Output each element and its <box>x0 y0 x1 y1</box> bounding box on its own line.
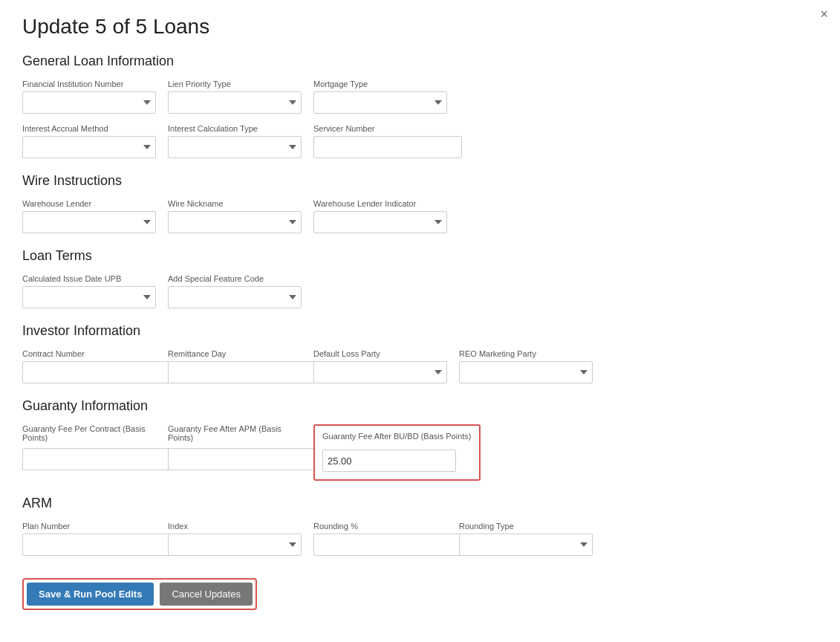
calculated-issue-date-upb-select[interactable] <box>22 286 156 308</box>
guaranty-fee-after-apm-label: Guaranty Fee After APM (Basis Points) <box>168 424 302 442</box>
reo-marketing-party-label: REO Marketing Party <box>459 349 593 358</box>
remittance-day-group: Remittance Day <box>168 349 302 383</box>
wire-nickname-label: Wire Nickname <box>168 199 302 208</box>
plan-number-input[interactable] <box>22 534 171 556</box>
section-title-guaranty: Guaranty Information <box>22 398 818 414</box>
reo-marketing-party-group: REO Marketing Party <box>459 349 593 383</box>
modal-container: × Update 5 of 5 Loans General Loan Infor… <box>0 0 840 642</box>
default-loss-party-label: Default Loss Party <box>313 349 447 358</box>
calculated-issue-date-upb-label: Calculated Issue Date UPB <box>22 274 156 283</box>
loan-terms-row: Calculated Issue Date UPB Add Special Fe… <box>22 274 818 308</box>
interest-calculation-type-select[interactable] <box>168 136 302 158</box>
guaranty-fee-per-contract-input[interactable] <box>22 448 171 470</box>
lien-priority-type-group: Lien Priority Type <box>168 80 302 114</box>
guaranty-fee-after-bubd-label: Guaranty Fee After BU/BD (Basis Points) <box>322 432 472 441</box>
servicer-number-input[interactable] <box>313 136 462 158</box>
guaranty-fee-after-bubd-input[interactable] <box>322 450 456 472</box>
section-title-general: General Loan Information <box>22 54 818 69</box>
wire-instructions-row: Warehouse Lender Wire Nickname Warehouse… <box>22 199 818 233</box>
add-special-feature-code-group: Add Special Feature Code <box>168 274 302 308</box>
general-loan-row-2: Interest Accrual Method Interest Calcula… <box>22 124 818 158</box>
contract-number-input[interactable] <box>22 361 171 383</box>
warehouse-lender-label: Warehouse Lender <box>22 199 156 208</box>
guaranty-fee-after-apm-group: Guaranty Fee After APM (Basis Points) <box>168 424 302 470</box>
index-group: Index <box>168 522 302 556</box>
plan-number-group: Plan Number <box>22 522 156 556</box>
guaranty-fee-per-contract-group: Guaranty Fee Per Contract (Basis Points) <box>22 424 156 470</box>
section-title-arm: ARM <box>22 496 818 511</box>
section-title-investor: Investor Information <box>22 323 818 339</box>
section-title-loan-terms: Loan Terms <box>22 248 818 264</box>
cancel-updates-button[interactable]: Cancel Updates <box>160 583 253 606</box>
default-loss-party-group: Default Loss Party <box>313 349 447 383</box>
mortgage-type-group: Mortgage Type <box>313 80 447 114</box>
footer: Save & Run Pool Edits Cancel Updates <box>22 578 818 610</box>
interest-accrual-method-select[interactable] <box>22 136 156 158</box>
contract-number-label: Contract Number <box>22 349 156 358</box>
reo-marketing-party-select[interactable] <box>459 361 593 383</box>
rounding-type-select[interactable] <box>459 534 593 556</box>
guaranty-fee-after-bubd-highlighted: Guaranty Fee After BU/BD (Basis Points) <box>313 424 481 481</box>
lien-priority-type-label: Lien Priority Type <box>168 80 302 88</box>
interest-calculation-type-group: Interest Calculation Type <box>168 124 302 158</box>
wire-nickname-select[interactable] <box>168 211 302 233</box>
warehouse-lender-indicator-group: Warehouse Lender Indicator <box>313 199 447 233</box>
calculated-issue-date-upb-group: Calculated Issue Date UPB <box>22 274 156 308</box>
interest-accrual-method-label: Interest Accrual Method <box>22 124 156 133</box>
lien-priority-type-select[interactable] <box>168 91 302 114</box>
plan-number-label: Plan Number <box>22 522 156 531</box>
remittance-day-label: Remittance Day <box>168 349 302 358</box>
add-special-feature-code-label: Add Special Feature Code <box>168 274 302 283</box>
mortgage-type-label: Mortgage Type <box>313 80 447 88</box>
page-title: Update 5 of 5 Loans <box>22 15 818 39</box>
remittance-day-input[interactable] <box>168 361 316 383</box>
arm-row: Plan Number Index Rounding % Rounding Ty… <box>22 522 818 556</box>
financial-institution-number-select[interactable] <box>22 91 156 114</box>
contract-number-group: Contract Number <box>22 349 156 383</box>
investor-information-row: Contract Number Remittance Day Default L… <box>22 349 818 383</box>
add-special-feature-code-select[interactable] <box>168 286 302 308</box>
financial-institution-number-label: Financial Institution Number <box>22 80 156 88</box>
close-button[interactable]: × <box>820 7 828 21</box>
warehouse-lender-select[interactable] <box>22 211 156 233</box>
index-select[interactable] <box>168 534 302 556</box>
servicer-number-group: Servicer Number <box>313 124 447 158</box>
warehouse-lender-indicator-select[interactable] <box>313 211 447 233</box>
rounding-percent-group: Rounding % <box>313 522 447 556</box>
rounding-type-group: Rounding Type <box>459 522 593 556</box>
interest-calculation-type-label: Interest Calculation Type <box>168 124 302 133</box>
guaranty-fee-after-apm-input[interactable] <box>168 448 316 470</box>
financial-institution-number-group: Financial Institution Number <box>22 80 156 114</box>
save-run-pool-edits-button[interactable]: Save & Run Pool Edits <box>27 583 154 606</box>
footer-button-box: Save & Run Pool Edits Cancel Updates <box>22 578 257 610</box>
default-loss-party-select[interactable] <box>313 361 447 383</box>
warehouse-lender-group: Warehouse Lender <box>22 199 156 233</box>
guaranty-fee-per-contract-label: Guaranty Fee Per Contract (Basis Points) <box>22 424 156 442</box>
index-label: Index <box>168 522 302 531</box>
rounding-percent-label: Rounding % <box>313 522 447 531</box>
interest-accrual-method-group: Interest Accrual Method <box>22 124 156 158</box>
wire-nickname-group: Wire Nickname <box>168 199 302 233</box>
general-loan-row-1: Financial Institution Number Lien Priori… <box>22 80 818 114</box>
mortgage-type-select[interactable] <box>313 91 447 114</box>
guaranty-information-row: Guaranty Fee Per Contract (Basis Points)… <box>22 424 818 481</box>
rounding-type-label: Rounding Type <box>459 522 593 531</box>
servicer-number-label: Servicer Number <box>313 124 447 133</box>
warehouse-lender-indicator-label: Warehouse Lender Indicator <box>313 199 447 208</box>
rounding-percent-input[interactable] <box>313 534 462 556</box>
section-title-wire: Wire Instructions <box>22 173 818 189</box>
